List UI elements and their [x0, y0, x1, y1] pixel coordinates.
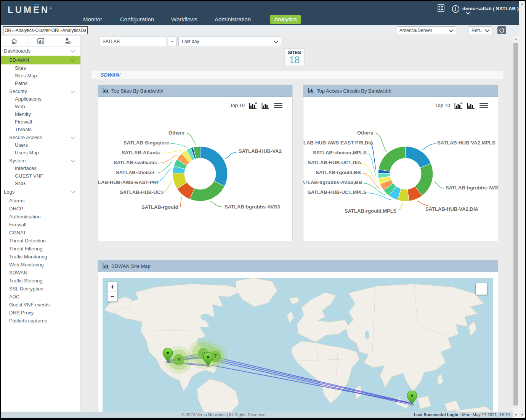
refresh-button[interactable]	[497, 26, 506, 34]
sidebar-item-label: Secure Access	[9, 135, 42, 140]
tenant-input[interactable]: SATLAB	[99, 37, 167, 46]
tenant-dropdown-button[interactable]	[168, 37, 177, 46]
map-zoom-control: + −	[107, 282, 118, 302]
info-icon[interactable]	[452, 5, 460, 13]
triangle-down-icon	[171, 40, 173, 43]
refresh-interval-select[interactable]: Refr...	[468, 26, 492, 34]
sidebar-item-guest-vnf[interactable]: GUEST VNF	[1, 172, 80, 180]
world-map[interactable]: 3 2 7 + −	[103, 278, 493, 412]
sidebar-item-label: Threat Filtering	[9, 246, 42, 252]
sidebar-item-applications[interactable]: Applications	[1, 95, 80, 103]
sidebar-item-web-monitoring[interactable]: Web Monitoring	[1, 261, 80, 269]
tab-administration[interactable]: Administration	[215, 16, 251, 22]
chevron-down-icon	[485, 27, 490, 32]
tab-monitor[interactable]: Monitor	[83, 16, 102, 22]
sidebar-item-ssl-decryption[interactable]: SSL Decryption	[1, 285, 80, 293]
breadcrumb-sdwan[interactable]: SDWAN	[101, 72, 119, 78]
top-n-label[interactable]: Top 10	[435, 103, 450, 108]
sidebar-item-traffic-monitoring[interactable]: Traffic Monitoring	[1, 253, 80, 261]
user-menu[interactable]: demo-satlab ( SATLAB )	[462, 6, 519, 15]
sidebar-item-web[interactable]: Web	[1, 103, 80, 111]
timezone-select[interactable]: America/Denver	[396, 26, 456, 34]
sidebar-item-dns-proxy[interactable]: DNS Proxy	[1, 309, 80, 317]
sidebar-item-dashboards[interactable]: Dashboards	[1, 46, 80, 56]
sidebar-item-paths[interactable]: Paths	[1, 80, 80, 87]
sidebar-item-secure-access[interactable]: Secure Access	[1, 133, 80, 141]
toolbar: America/Denver Refr...	[1, 25, 519, 36]
sidebar-item-cgnat[interactable]: CGNAT	[1, 229, 80, 237]
zoom-in-button[interactable]: +	[107, 282, 117, 292]
top-sites-panel: Top Sites By Bandwidth Top 10 M SATLAB-H…	[98, 85, 293, 241]
donut-label-others: Others	[357, 130, 373, 136]
sidebar-item-sdwan[interactable]: SDWAN	[1, 269, 80, 277]
sidebar-item-system[interactable]: System	[1, 157, 80, 165]
sidebar-item-threat-filtering[interactable]: Threat Filtering	[1, 245, 80, 253]
tab-configuration[interactable]: Configuration	[120, 16, 154, 22]
sidebar-item-guest-vnf-events[interactable]: Guest VNF events	[1, 301, 80, 309]
donut-slice-satlab-hub-va2[interactable]	[200, 146, 228, 186]
sidebar-item-packets-captures[interactable]: Packets captures	[1, 317, 80, 325]
sidebar-item-identity[interactable]: Identity	[1, 111, 80, 118]
sidebar-item-interfaces[interactable]: Interfaces	[1, 165, 80, 172]
sidebar-item-traffic-steering[interactable]: Traffic Steering	[1, 277, 80, 285]
donut-label-satlab-bgrubbs-avs3: SATLAB-bgrubbs-AVS3	[446, 185, 498, 191]
donut-slice-satlab-hub-va2-mpls[interactable]	[406, 146, 431, 168]
menu-icon[interactable]	[479, 102, 488, 109]
sidebar-item-sd-wan[interactable]: SD-WAN	[1, 56, 80, 64]
tab-analytics-active[interactable]: Analytics	[270, 15, 301, 24]
user-label: demo-satlab ( SATLAB )	[462, 6, 519, 11]
sidebar-item-users[interactable]: Users	[1, 141, 80, 149]
sidebar-item-sng[interactable]: SNG	[1, 180, 80, 188]
scroll-up-icon[interactable]: ▲	[519, 1, 525, 7]
bar-chart-toggle-icon[interactable]	[261, 102, 270, 109]
scroll-down-icon[interactable]: ▼	[513, 412, 519, 418]
sidebar-item-firewall[interactable]: Firewall	[1, 118, 80, 126]
sidebar-item-firewall[interactable]: Firewall	[1, 221, 80, 229]
content-scrollbar[interactable]: ▲ ▼	[513, 36, 519, 418]
sidebar-item-threats[interactable]: Threats	[1, 126, 80, 133]
scroll-up-icon[interactable]: ▲	[513, 36, 519, 42]
donut-label-satlab-hub-aws-east-pri-dia: SATLAB-HUB-AWS-EAST-PRI,DIA	[303, 140, 373, 146]
scrollbar-thumb[interactable]	[513, 43, 518, 406]
sidebar-item-users-map[interactable]: Users Map	[1, 149, 80, 157]
sidebar-item-sites-map[interactable]: Sites Map	[1, 72, 80, 80]
sidebar-item-threat-detection[interactable]: Threat Detection	[1, 237, 80, 245]
home-tab[interactable]	[1, 36, 27, 46]
sidebar-item-authentication[interactable]: Authentication	[1, 213, 80, 221]
sidebar-item-sites[interactable]: Sites	[1, 64, 80, 72]
sidebar-item-adc[interactable]: ADC	[1, 293, 80, 301]
sidebar-item-logs[interactable]: Logs	[1, 188, 80, 197]
stacked-bar-chart-icon[interactable]: M	[249, 102, 257, 109]
chevron-down-icon	[465, 11, 471, 15]
sidebar-item-label: DNS Proxy	[9, 310, 34, 316]
donut-label-line	[361, 173, 380, 188]
sidebar-item-label: DHCP	[9, 206, 23, 212]
appliance-search-input[interactable]	[3, 26, 88, 34]
donut-slice-others[interactable]	[378, 146, 406, 172]
donut-label-line	[398, 203, 403, 210]
map-layers-button[interactable]	[475, 283, 488, 295]
sidebar-item-dhcp[interactable]: DHCP	[1, 205, 80, 213]
donut-label-satlab-hub-va2: SATLAB-HUB-VA2	[239, 148, 282, 154]
scroll-down-icon[interactable]: ▼	[519, 412, 525, 418]
window-scrollbar[interactable]: ▲ ▼	[519, 1, 525, 418]
tab-workflows[interactable]: Workflows	[171, 16, 197, 22]
donut-label-satlab-hub-uc1-mpls: SATLAB-HUB-UC1,MPLS	[308, 189, 366, 195]
menu-icon[interactable]	[274, 102, 282, 109]
user-settings-tab[interactable]	[54, 36, 80, 46]
zoom-out-button[interactable]: −	[107, 292, 117, 301]
sidebar-item-alarms[interactable]: Alarms	[1, 197, 80, 205]
stacked-bar-chart-icon[interactable]: M	[454, 102, 463, 109]
release-notes-icon[interactable]	[437, 4, 446, 13]
bar-chart-toggle-icon[interactable]	[467, 102, 475, 109]
dashboards-tab[interactable]	[27, 36, 54, 46]
donut-slice-satlab-bgrubbs-avs3[interactable]	[190, 181, 225, 201]
sidebar-item-label: Logs	[4, 189, 14, 195]
sidebar-item-security[interactable]: Security	[1, 87, 80, 95]
time-range-select[interactable]: Last day	[178, 37, 281, 46]
sidebar-item-label: Sites	[15, 65, 26, 71]
donut-label-line	[180, 196, 181, 208]
tenant-value: SATLAB	[103, 39, 120, 44]
sites-kpi: SITES 18	[284, 48, 305, 66]
top-n-label[interactable]: Top 10	[230, 103, 245, 108]
